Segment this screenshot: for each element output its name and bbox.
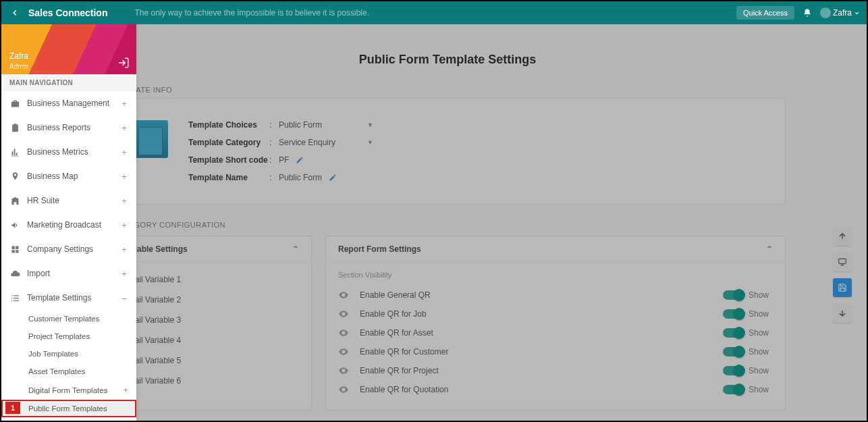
preview-button[interactable] xyxy=(833,253,852,271)
qr-toggle-row: Enable QR for Customer Show xyxy=(338,342,773,361)
eye-icon xyxy=(338,290,352,300)
sub-asset-templates[interactable]: Asset Templates xyxy=(1,363,136,380)
variable-row[interactable]: Detail Variable 1 xyxy=(122,269,299,290)
exit-icon xyxy=(117,57,130,69)
template-name-value: Public Form xyxy=(279,173,322,182)
eye-icon xyxy=(338,346,352,357)
sidebar-header: Zafra Admin xyxy=(1,24,136,74)
save-button[interactable] xyxy=(833,278,852,297)
sidebar-close-button[interactable] xyxy=(117,57,130,69)
expand-icon: + xyxy=(120,99,128,109)
variable-row[interactable]: Detail Variable 3 xyxy=(122,310,299,330)
scroll-up-button[interactable] xyxy=(833,227,852,246)
scroll-down-button[interactable] xyxy=(833,304,852,323)
avatar-icon xyxy=(820,7,831,18)
nav-business-map[interactable]: Business Map + xyxy=(1,164,136,188)
variable-settings-header[interactable]: Variable Settings ⌃ xyxy=(110,236,311,263)
qr-label: Enable QR for Customer xyxy=(360,347,723,357)
expand-icon: + xyxy=(120,244,128,255)
back-button[interactable] xyxy=(8,6,22,20)
toggle-switch[interactable] xyxy=(723,366,743,375)
edit-name-button[interactable] xyxy=(329,174,337,182)
sub-digital-form-templates[interactable]: Digital Form Templates+ xyxy=(1,380,136,400)
sidebar-user-name: Zafra xyxy=(9,51,28,61)
expand-icon: + xyxy=(120,269,128,279)
variable-row[interactable]: Detail Variable 2 xyxy=(122,290,299,310)
toggle-switch[interactable] xyxy=(723,309,743,319)
config-columns: Variable Settings ⌃ Detail Variable 1 De… xyxy=(109,236,786,411)
cloud-upload-icon xyxy=(9,268,20,279)
edit-shortcode-button[interactable] xyxy=(296,156,304,164)
qr-label: Enable QR for Job xyxy=(360,309,723,319)
chevron-up-icon: ⌃ xyxy=(766,244,773,254)
qr-toggle-row: Enable QR for Quotation Show xyxy=(338,380,773,399)
qr-label: Enable QR for Project xyxy=(360,366,723,375)
building-icon xyxy=(9,195,20,206)
variable-settings-card: Variable Settings ⌃ Detail Variable 1 De… xyxy=(109,236,312,411)
sub-project-templates[interactable]: Project Templates xyxy=(1,327,136,345)
arrow-left-icon xyxy=(10,8,20,18)
section-visibility-label: Section Visibility xyxy=(338,269,773,286)
collapse-icon: – xyxy=(120,293,128,303)
template-category-row: Template Category : Service Enquiry ▼ xyxy=(188,134,765,151)
user-menu[interactable]: Zafra xyxy=(820,7,860,18)
template-choices-label: Template Choices xyxy=(188,120,269,130)
template-name-row: Template Name : Public Form xyxy=(188,169,765,186)
eye-icon xyxy=(338,309,352,319)
nav-business-management[interactable]: Business Management + xyxy=(1,91,136,115)
qr-label: Enable General QR xyxy=(360,290,723,300)
toggle-state-label: Show xyxy=(749,366,773,375)
qr-toggle-row: Enable QR for Job Show xyxy=(338,305,773,323)
nav-business-metrics[interactable]: Business Metrics + xyxy=(1,140,136,164)
save-icon xyxy=(838,283,847,292)
sub-customer-templates[interactable]: Customer Templates xyxy=(1,310,136,327)
action-rail xyxy=(833,227,852,323)
variable-row[interactable]: Detail Variable 4 xyxy=(122,330,299,350)
template-name-label: Template Name xyxy=(188,173,269,182)
list-icon xyxy=(9,292,20,303)
variable-row[interactable]: Detail Variable 5 xyxy=(122,350,299,371)
bell-icon xyxy=(803,8,812,18)
pencil-icon xyxy=(296,156,304,164)
template-category-select[interactable]: Service Enquiry ▼ xyxy=(279,138,373,147)
pencil-icon xyxy=(329,174,337,182)
eye-icon xyxy=(338,384,352,395)
qr-label: Enable QR for Asset xyxy=(360,328,723,338)
nav-template-settings[interactable]: Template Settings – xyxy=(1,286,136,310)
expand-icon: + xyxy=(120,196,128,206)
page-title: Public Form Template Settings xyxy=(109,38,786,86)
broadcast-icon xyxy=(9,219,20,230)
template-choices-select[interactable]: Public Form ▼ xyxy=(279,120,373,130)
expand-icon: + xyxy=(120,123,128,133)
nav-company-settings[interactable]: Company Settings + xyxy=(1,237,136,261)
clipboard-icon xyxy=(9,122,20,133)
quick-access-button[interactable]: Quick Access xyxy=(736,6,794,20)
toggle-switch[interactable] xyxy=(723,290,743,300)
variable-row[interactable]: Detail Variable 6 xyxy=(122,371,299,391)
sub-job-templates[interactable]: Job Templates xyxy=(1,345,136,363)
category-config-label: CATEGORY CONFIGURATION xyxy=(113,221,786,229)
nav-import[interactable]: Import + xyxy=(1,261,136,286)
template-info-panel: Template Choices : Public Form ▼ Templat… xyxy=(109,98,786,205)
sidebar-user-role: Admin xyxy=(9,63,28,70)
topbar: Sales Connection The only way to achieve… xyxy=(1,1,867,24)
toggle-switch[interactable] xyxy=(723,328,743,338)
report-settings-header[interactable]: Report Form Settings ⌃ xyxy=(326,236,785,263)
nav-business-reports[interactable]: Business Reports + xyxy=(1,115,136,140)
template-shortcode-value: PF xyxy=(279,155,289,165)
monitor-icon xyxy=(838,257,847,267)
sub-public-form-templates[interactable]: Public Form Templates xyxy=(1,400,136,417)
eye-icon xyxy=(338,365,352,376)
template-info-label: TEMPLATE INFO xyxy=(109,86,786,94)
template-choices-row: Template Choices : Public Form ▼ xyxy=(188,116,765,134)
briefcase-icon xyxy=(9,98,20,109)
chevron-down-icon xyxy=(854,10,860,16)
nav-marketing-broadcast[interactable]: Marketing Broadcast + xyxy=(1,213,136,237)
nav-hr-suite[interactable]: HR Suite + xyxy=(1,188,136,213)
grid-icon xyxy=(9,244,20,255)
toggle-switch[interactable] xyxy=(723,385,743,394)
notifications-button[interactable] xyxy=(803,8,812,18)
toggle-state-label: Show xyxy=(749,328,773,338)
toggle-switch[interactable] xyxy=(723,347,743,357)
expand-icon: + xyxy=(120,172,128,182)
